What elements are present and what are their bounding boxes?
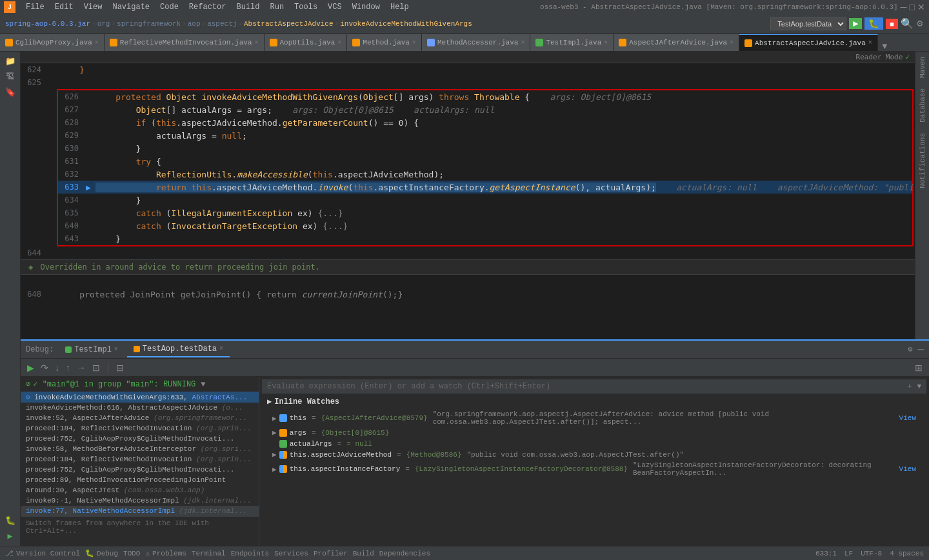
thread-filter-icon[interactable]: ⊘ <box>26 379 30 389</box>
resume-button[interactable]: ▶ <box>26 361 35 374</box>
close-button[interactable]: ✕ <box>917 2 925 12</box>
run-to-cursor-button[interactable]: → <box>75 361 87 374</box>
menu-tools[interactable]: Tools <box>289 1 323 13</box>
menu-file[interactable]: File <box>21 1 50 13</box>
run-config-dropdown[interactable]: TestAop.testData <box>770 17 846 30</box>
breadcrumb-method[interactable]: invokeAdviceMethodWithGivenArgs <box>340 20 472 28</box>
maven-panel-label[interactable]: Maven <box>917 52 928 83</box>
stack-frame-proceed752a[interactable]: proceed:752, CglibAopProxy$CglibMethodIn… <box>21 434 259 444</box>
debug-tab-testimpl-close[interactable]: × <box>114 346 118 353</box>
tab-close-abstractaspect[interactable]: × <box>868 39 872 46</box>
notifications-panel-label[interactable]: Notifications <box>917 128 928 194</box>
expand-all-button[interactable]: ▼ <box>917 383 921 390</box>
stack-frame-around30[interactable]: around:30, AspectJTest (com.ossa.web3.ao… <box>21 485 259 495</box>
stack-frame-invoke77[interactable]: invoke:77, NativeMethodAccessorImpl (jdk… <box>21 506 259 516</box>
tab-close-methodaccessor[interactable]: × <box>521 39 524 46</box>
menu-edit[interactable]: Edit <box>50 1 79 13</box>
menu-help[interactable]: Help <box>385 1 414 13</box>
reader-mode-toggle[interactable]: Reader Mode ✓ <box>856 53 910 61</box>
inline-watches-header[interactable]: ▶ Inline Watches <box>262 394 926 409</box>
watch-aspectinstancefactory[interactable]: ▶ this.aspectInstanceFactory = {LazySing… <box>262 460 926 478</box>
watch-aspectadvicemethod-expand[interactable]: ▶ <box>272 450 277 459</box>
search-button[interactable]: 🔍 <box>901 17 914 30</box>
tab-close-aspectjafter[interactable]: × <box>730 39 734 46</box>
tab-close-cglib[interactable]: × <box>95 39 99 46</box>
sidebar-bookmarks-icon[interactable]: 🔖 <box>3 85 17 99</box>
tab-aoputils[interactable]: AopUtils.java × <box>265 34 348 51</box>
stack-frame-proceed752b[interactable]: proceed:752, CglibAopProxy$CglibMethodIn… <box>21 465 259 475</box>
add-watch-button[interactable]: + <box>908 383 912 390</box>
debug-layout-button[interactable]: ⊞ <box>914 361 924 374</box>
tab-aspectjafter[interactable]: AspectJAfterAdvice.java × <box>614 34 739 51</box>
breadcrumb-aop[interactable]: aop <box>188 20 201 28</box>
line-separator[interactable]: LF <box>844 550 853 557</box>
terminal-status[interactable]: Terminal <box>192 550 226 557</box>
menu-build[interactable]: Build <box>231 1 265 13</box>
watch-aspectadvicemethod[interactable]: ▶ this.aspectJAdviceMethod = {Method@858… <box>262 449 926 460</box>
profiler-status[interactable]: Profiler <box>314 550 348 557</box>
tab-close-reflective[interactable]: × <box>254 39 258 46</box>
menu-window[interactable]: Window <box>347 1 385 13</box>
evaluate-button[interactable]: ⊡ <box>91 361 101 374</box>
tab-method[interactable]: Method.java × <box>347 34 422 51</box>
frames-button[interactable]: ⊟ <box>115 361 125 374</box>
eval-placeholder[interactable]: Evaluate expression (Enter) or add a wat… <box>267 382 908 391</box>
encoding[interactable]: UTF-8 <box>861 550 882 557</box>
watch-args[interactable]: ▶ args = {Object[0]@8615} <box>262 427 926 438</box>
watch-this-expand[interactable]: ▶ <box>272 414 277 423</box>
watch-actualargs[interactable]: ▶ actualArgs = = null <box>262 438 926 449</box>
stack-frame-proceed89[interactable]: proceed:89, MethodInvocationProceedingJo… <box>21 475 259 485</box>
menu-refactor[interactable]: Refactor <box>184 1 232 13</box>
build-status[interactable]: Build <box>353 550 374 557</box>
debug-tab-testimpl[interactable]: TestImpl × <box>59 343 125 357</box>
menu-run[interactable]: Run <box>265 1 289 13</box>
menu-vcs[interactable]: VCS <box>323 1 347 13</box>
problems-status[interactable]: ⚠ Problems <box>145 549 186 557</box>
more-tabs-button[interactable]: ▼ <box>878 41 892 51</box>
sidebar-project-icon[interactable]: 📁 <box>3 54 17 68</box>
tab-close-aoputils[interactable]: × <box>337 39 341 46</box>
dependencies-status[interactable]: Dependencies <box>379 550 430 557</box>
stack-frame-proceed184b[interactable]: proceed:184, ReflectiveMethodInvocation … <box>21 454 259 465</box>
debug-minimize-button[interactable]: ─ <box>918 345 924 354</box>
stack-frame-invoke52[interactable]: invoke:52, AspectJAfterAdvice (org.sprin… <box>21 413 259 423</box>
step-into-button[interactable]: ↓ <box>54 361 61 374</box>
run-button[interactable]: ▶ <box>849 18 862 29</box>
debug-status[interactable]: 🐛 Debug <box>85 549 118 557</box>
breadcrumb-jar[interactable]: spring-aop-6.0.3.jar <box>5 20 90 28</box>
watch-this[interactable]: ▶ this = {AspectJAfterAdvice@8579} "org.… <box>262 409 926 427</box>
code-editor[interactable]: Reader Mode ✓ 624 } 625 <box>21 52 915 339</box>
tab-close-method[interactable]: × <box>412 39 416 46</box>
sidebar-structure-icon[interactable]: 🏗 <box>3 70 17 84</box>
stack-frame-invokeadvice[interactable]: ⊙ invokeAdviceMethodWithGivenArgs:633, A… <box>21 392 259 403</box>
breadcrumb-class[interactable]: AbstractAspectJAdvice <box>244 20 334 28</box>
breadcrumb-springframework[interactable]: springframework <box>117 20 181 28</box>
step-out-button[interactable]: ↑ <box>65 361 72 374</box>
menu-code[interactable]: Code <box>155 1 184 13</box>
tab-reflective[interactable]: ReflectiveMethodInvocation.java × <box>105 34 265 51</box>
tab-cglib[interactable]: CglibAopProxy.java × <box>0 34 105 51</box>
todo-status[interactable]: TODO <box>123 550 140 557</box>
watch-this-view-link[interactable]: View <box>899 414 916 422</box>
minimize-button[interactable]: ─ <box>901 2 907 12</box>
debug-settings-button[interactable]: ⚙ <box>908 345 912 354</box>
tab-testimpl[interactable]: TestImpl.java × <box>530 34 614 51</box>
breadcrumb-aspectj[interactable]: aspectj <box>207 20 237 28</box>
debug-tab-testaop-close[interactable]: × <box>219 345 223 352</box>
watch-args-expand[interactable]: ▶ <box>272 428 277 437</box>
filter-button[interactable]: ▼ <box>201 380 205 389</box>
stack-frame-proceed184a[interactable]: proceed:184, ReflectiveMethodInvocation … <box>21 423 259 434</box>
sidebar-debug-icon[interactable]: 🐛 <box>3 514 17 528</box>
settings-button[interactable]: ⚙ <box>916 19 924 28</box>
breadcrumb-org[interactable]: org <box>97 20 110 28</box>
stack-frame-invoke0[interactable]: invoke0:-1, NativeMethodAccessorImpl (jd… <box>21 495 259 506</box>
indent[interactable]: 4 spaces <box>890 550 924 557</box>
endpoints-status[interactable]: Endpoints <box>231 550 269 557</box>
tab-close-testimpl[interactable]: × <box>604 39 608 46</box>
tab-methodaccessor[interactable]: MethodAccessor.java × <box>422 34 530 51</box>
watch-aspectinstancefactory-expand[interactable]: ▶ <box>272 465 277 474</box>
services-status[interactable]: Services <box>274 550 308 557</box>
step-over-button[interactable]: ↷ <box>39 361 50 374</box>
database-panel-label[interactable]: Database <box>917 83 928 128</box>
version-control-status[interactable]: ⎇ Version Control <box>5 549 80 557</box>
